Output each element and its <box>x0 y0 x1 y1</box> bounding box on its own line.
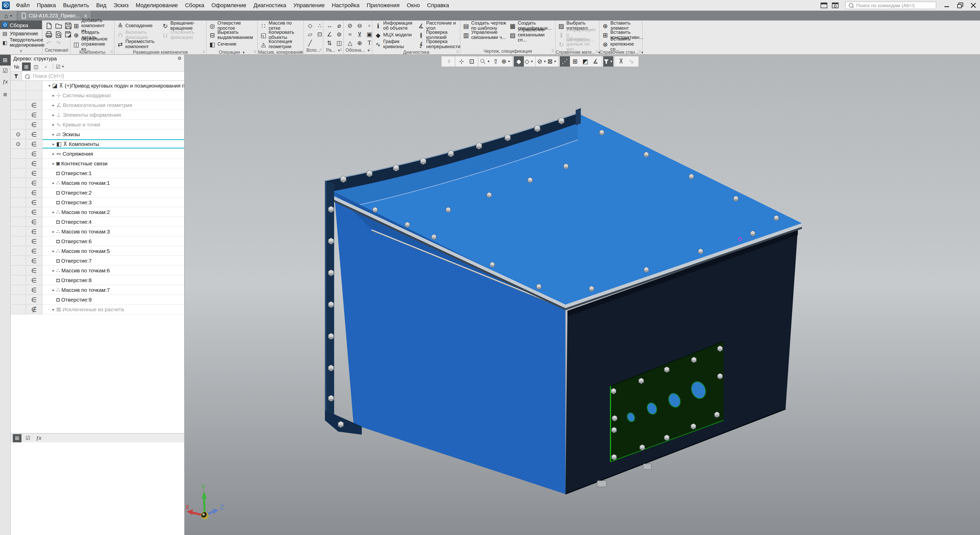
tree-row-hole-4[interactable]: ∈◘Отверстие:4 <box>11 217 184 227</box>
tree-row-components[interactable]: ⊙∈▸◧⊼Компоненты <box>11 139 184 149</box>
group-grip-icon[interactable]: ⠿ <box>300 49 302 55</box>
menu-item[interactable]: Управление <box>290 0 328 11</box>
menu-item[interactable]: Правка <box>33 0 59 11</box>
tree-row-hole-1[interactable]: ∈◘Отверстие:1 <box>11 168 184 178</box>
expander-icon[interactable]: ▸ <box>51 151 56 156</box>
object-info-button[interactable]: ℹИнформация об объекте <box>373 21 416 31</box>
dim-chain-icon[interactable]: ⇅ <box>325 39 334 47</box>
grid-array-button[interactable]: ∷Массив по сетке <box>258 21 303 31</box>
show-panels-icon[interactable] <box>818 1 830 9</box>
aux-axis-icon[interactable]: ╱ <box>306 39 314 47</box>
tree-search-input[interactable] <box>32 73 181 79</box>
command-search-input[interactable] <box>855 2 933 8</box>
menu-item[interactable]: Оформление <box>208 0 250 11</box>
collision-check-button[interactable]: ≬Проверка коллизий <box>416 31 459 40</box>
gear-icon[interactable]: ⚙ <box>178 56 181 61</box>
tree-numbering-icon[interactable]: № <box>12 62 21 71</box>
expander-icon[interactable]: ▸ <box>51 229 56 234</box>
tree-row-coordinate-systems[interactable]: ▸⊹Системы координат <box>11 91 184 101</box>
ribbon-group-label[interactable]: Массив, копирование⠿ <box>258 49 303 55</box>
expander-icon[interactable]: ▸ <box>51 142 56 146</box>
tree-row-root-assembly[interactable]: ▾◪⊼(+)Привод круговых подач и позиционир… <box>11 81 184 91</box>
expander-icon[interactable]: ▸ <box>51 210 56 214</box>
restore-button[interactable] <box>953 0 967 10</box>
ann-tolerance-icon[interactable]: ⊕ <box>356 39 364 47</box>
expander-icon[interactable]: ▸ <box>51 122 56 127</box>
expander-icon[interactable]: ▸ <box>51 180 56 185</box>
expander-icon[interactable]: ▸ <box>51 93 56 97</box>
tree-row-hole-6[interactable]: ∈◘Отверстие:6 <box>11 236 184 246</box>
copy-objects-button[interactable]: ◱Копировать объекты <box>258 31 303 40</box>
tree-row-point-array-3[interactable]: ∈▸∴Массив по точкам:3 <box>11 227 184 236</box>
ann-cylinder-icon[interactable]: ⊖ <box>356 21 364 30</box>
open-document-icon[interactable] <box>54 21 62 30</box>
insert-element-button[interactable]: ⊕Вставить элемент <box>600 21 642 31</box>
group-grip-icon[interactable]: ⠿ <box>110 49 113 55</box>
tree-row-context-links[interactable]: ∈▸◙Контекстные связи <box>11 159 184 168</box>
dim-node-icon[interactable]: ◫ <box>335 39 343 47</box>
aux-points-icon[interactable]: ∴ <box>316 21 324 30</box>
group-grip-icon[interactable]: ⠿ <box>203 49 205 55</box>
ann-roughness-icon[interactable]: ⊻ <box>356 30 364 38</box>
tree-row-hole-3[interactable]: ∈◘Отверстие:3 <box>11 198 184 208</box>
ribbon-group-label[interactable]: Вспо...⠿ <box>304 47 323 53</box>
ribbon-group-label[interactable]: Размещение компонентов⠿ <box>115 49 206 55</box>
panels-menu[interactable]: ≡ <box>0 89 11 100</box>
aux-image-icon[interactable]: ⊡ <box>316 30 324 38</box>
tree-view-tab[interactable]: ⊞ <box>13 434 21 442</box>
menu-item[interactable]: Эскиз <box>110 0 132 11</box>
dim-linear-icon[interactable]: ↔ <box>325 21 334 30</box>
close-button[interactable] <box>967 0 980 10</box>
group-grip-icon[interactable]: ⠿ <box>457 49 459 55</box>
dim-diameter-icon[interactable]: ⌀ <box>335 21 343 30</box>
ribbon-tab-solid-modeling[interactable]: ◧ Твердотельное моделирование <box>0 37 42 49</box>
move-component-button[interactable]: ⇄Переместить компонент <box>115 40 160 49</box>
menu-item[interactable]: Сборка <box>181 0 208 11</box>
dim-angle-icon[interactable]: ∠ <box>325 30 334 38</box>
tree-row-point-array-5[interactable]: ∈▸∴Массив по точкам:5 <box>11 246 184 256</box>
ribbon-tab-assembly[interactable]: Сборка <box>0 21 42 29</box>
mirror-components-button[interactable]: ◫Зеркальное отражение ко... <box>71 40 114 49</box>
menu-item[interactable]: Диагностика <box>250 0 290 11</box>
ribbon-collapse-chevron[interactable]: ∨ <box>0 49 42 54</box>
tree-filter-icon[interactable]: ☑▼ <box>56 62 64 71</box>
ribbon-group-label[interactable]: Обозна...▼⠿ <box>344 47 372 53</box>
ribbon-group-label[interactable]: Компоненты⠿ <box>71 49 114 55</box>
tree-row-mates[interactable]: ∈▸∾Сопряжения <box>11 149 184 159</box>
menu-item[interactable]: Моделирование <box>132 0 181 11</box>
expander-icon[interactable]: ▸ <box>51 249 56 253</box>
expander-icon[interactable]: ▸ <box>51 103 56 107</box>
rotation-rotation-button[interactable]: ↻Вращение-вращение <box>160 21 205 31</box>
new-document-icon[interactable] <box>45 21 53 30</box>
aux-plane2-icon[interactable]: ▱ <box>306 30 314 38</box>
menu-item[interactable]: Справка <box>423 0 452 11</box>
ribbon-group-label[interactable]: Системная⠿ <box>43 47 70 53</box>
tree-row-hole-7[interactable]: ∈◘Отверстие:7 <box>11 256 184 266</box>
ribbon-group-label[interactable]: Чертеж, спецификация⠿ <box>460 48 555 54</box>
parameters-tab[interactable]: ☑ <box>24 434 32 442</box>
menu-item[interactable]: Настройка <box>328 0 363 11</box>
home-button[interactable]: ⌂▼ <box>0 11 18 21</box>
tree-row-point-array-6[interactable]: ∈▸∴Массив по точкам:6 <box>11 266 184 275</box>
expander-icon[interactable]: ▸ <box>51 161 56 166</box>
expander-icon[interactable]: ▸ <box>51 287 56 292</box>
document-tab[interactable]: СШ-А16.223_Приво... × <box>18 11 92 21</box>
expander-icon[interactable]: ▸ <box>51 268 56 273</box>
tree-filter-button[interactable] <box>11 72 22 80</box>
tree-area-select-icon[interactable]: ▫ <box>41 62 50 71</box>
ribbon-group-label[interactable]: Операции▼⠿ <box>207 49 257 55</box>
mass-properties-button[interactable]: ◆МЦХ модели <box>373 31 416 40</box>
insert-fastener-button[interactable]: ⊗Вставить крепежное со... <box>600 40 642 49</box>
tree-row-curves-and-points[interactable]: ∈▸∿Кривые и точки <box>11 120 184 129</box>
aux-plane-icon[interactable]: ◇ <box>306 21 314 30</box>
menu-item[interactable]: Вид <box>92 0 110 11</box>
tree-row-annotation-elements[interactable]: ∈▸⊥Элементы оформления <box>11 110 184 120</box>
ribbon-group-label[interactable]: Справочник мате...▼⠿ <box>555 49 599 55</box>
tree-row-hole-8[interactable]: ∈◘Отверстие:8 <box>11 275 184 285</box>
ribbon-tab-management[interactable]: ▤ Управление <box>0 29 42 37</box>
interface-settings-icon[interactable] <box>830 1 841 9</box>
ann-leader-icon[interactable]: ≈ <box>346 30 354 38</box>
minimize-button[interactable] <box>940 0 953 10</box>
menu-item[interactable]: Выделить <box>59 0 92 11</box>
menu-item[interactable]: Приложения <box>363 0 403 11</box>
